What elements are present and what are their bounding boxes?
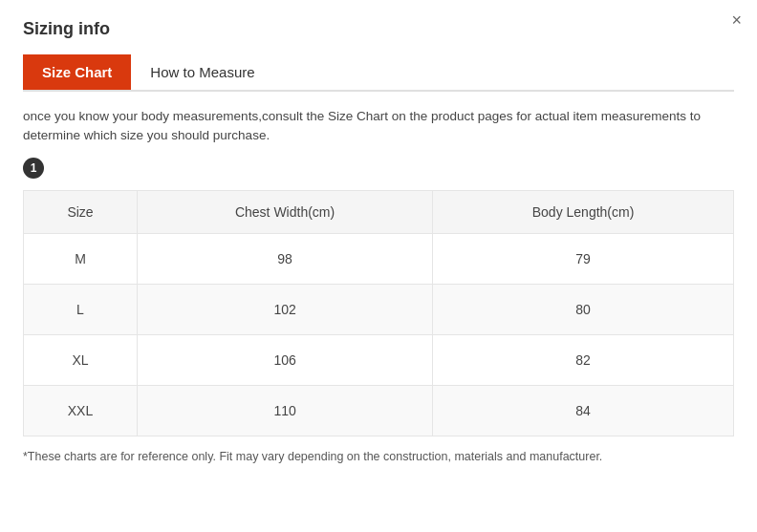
table-cell-chest: 106 bbox=[138, 334, 433, 385]
description-text: once you know your body measurements,con… bbox=[23, 107, 734, 146]
table-cell-chest: 98 bbox=[138, 233, 433, 284]
tab-size-chart[interactable]: Size Chart bbox=[23, 54, 131, 90]
col-header-length: Body Length(cm) bbox=[433, 190, 734, 233]
step-badge: 1 bbox=[23, 158, 44, 179]
table-cell-size: XXL bbox=[24, 385, 138, 436]
table-row: L10280 bbox=[24, 284, 734, 334]
sizing-info-modal: Sizing info × Size Chart How to Measure … bbox=[0, 0, 757, 532]
table-cell-size: XL bbox=[24, 334, 138, 385]
table-row: M9879 bbox=[24, 233, 734, 284]
close-button[interactable]: × bbox=[731, 11, 742, 29]
table-cell-length: 79 bbox=[433, 233, 734, 284]
tab-bar: Size Chart How to Measure bbox=[23, 54, 734, 92]
table-cell-chest: 110 bbox=[138, 385, 433, 436]
size-table: Size Chest Width(cm) Body Length(cm) M98… bbox=[23, 190, 734, 436]
table-cell-length: 80 bbox=[433, 284, 734, 334]
tab-how-to-measure[interactable]: How to Measure bbox=[131, 54, 273, 90]
col-header-size: Size bbox=[24, 190, 138, 233]
table-cell-length: 82 bbox=[433, 334, 734, 385]
table-cell-size: L bbox=[24, 284, 138, 334]
table-cell-length: 84 bbox=[433, 385, 734, 436]
footer-note: *These charts are for reference only. Fi… bbox=[23, 450, 734, 463]
modal-overlay: Sizing info × Size Chart How to Measure … bbox=[0, 0, 757, 532]
table-cell-size: M bbox=[24, 233, 138, 284]
col-header-chest: Chest Width(cm) bbox=[138, 190, 433, 233]
table-row: XXL11084 bbox=[24, 385, 734, 436]
table-row: XL10682 bbox=[24, 334, 734, 385]
table-cell-chest: 102 bbox=[138, 284, 433, 334]
modal-title: Sizing info bbox=[23, 19, 734, 39]
